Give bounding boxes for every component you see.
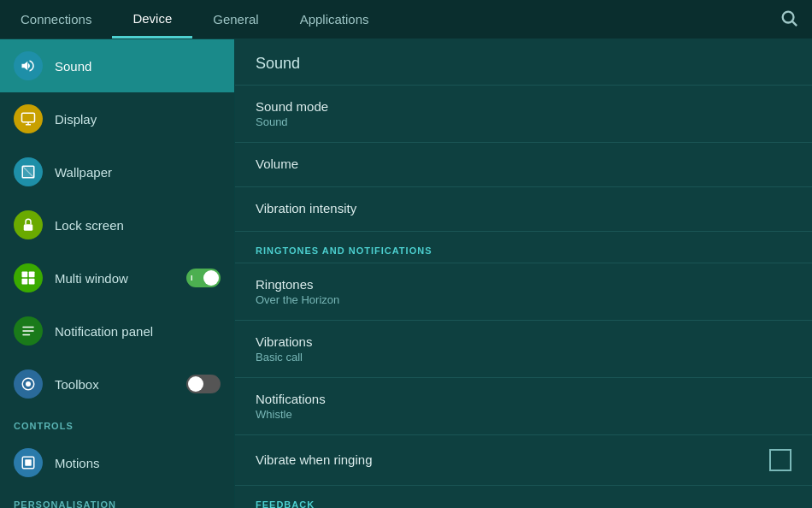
ringtones-sublabel: Over the Horizon <box>256 293 339 306</box>
sidebar-item-wallpaper[interactable]: Wallpaper <box>0 145 234 198</box>
svg-rect-16 <box>22 334 30 336</box>
ringtones-label: Ringtones <box>256 277 339 292</box>
sidebar-item-lockscreen[interactable]: Lock screen <box>0 198 234 251</box>
svg-rect-13 <box>29 279 35 285</box>
content-area: Sound Sound mode Sound Volume Vibration … <box>235 39 812 508</box>
main-layout: Sound Display Wallpaper <box>0 39 812 508</box>
ringtones-text: Ringtones Over the Horizon <box>256 277 339 306</box>
nav-device-label: Device <box>132 11 172 26</box>
multiwindow-icon <box>14 263 43 292</box>
sound-mode-text: Sound mode Sound <box>256 99 328 128</box>
sound-icon <box>14 51 43 80</box>
setting-vibration-intensity[interactable]: Vibration intensity <box>235 187 812 232</box>
vibration-intensity-text: Vibration intensity <box>256 201 356 217</box>
volume-text: Volume <box>256 157 298 173</box>
setting-notifications[interactable]: Notifications Whistle <box>235 378 812 435</box>
svg-marker-2 <box>22 62 28 71</box>
lockscreen-label: Lock screen <box>55 218 124 233</box>
personalisation-section-header: PERSONALISATION <box>0 489 234 508</box>
vibrations-text: Vibrations Basic call <box>256 334 312 363</box>
svg-point-0 <box>783 11 794 22</box>
vibrate-ringing-label: Vibrate when ringing <box>256 452 372 467</box>
sidebar-item-display[interactable]: Display <box>0 92 234 145</box>
toolbox-icon <box>14 369 43 399</box>
feedback-section-header: FEEDBACK <box>235 486 812 508</box>
svg-rect-3 <box>22 113 35 122</box>
setting-sound-mode[interactable]: Sound mode Sound <box>235 86 812 143</box>
nav-device[interactable]: Device <box>112 0 192 38</box>
nav-applications-label: Applications <box>300 12 369 27</box>
top-nav: Connections Device General Applications <box>0 0 812 39</box>
notifications-text: Notifications Whistle <box>256 392 326 421</box>
volume-label: Volume <box>256 157 298 171</box>
ringtones-section-header: RINGTONES AND NOTIFICATIONS <box>235 232 812 263</box>
setting-volume[interactable]: Volume <box>235 143 812 187</box>
controls-section-header: CONTROLS <box>0 411 234 436</box>
nav-applications[interactable]: Applications <box>279 0 390 38</box>
motions-icon <box>14 448 43 477</box>
lockscreen-icon <box>14 210 43 239</box>
sound-mode-sublabel: Sound <box>256 115 328 128</box>
sound-mode-label: Sound mode <box>256 99 328 114</box>
motions-label: Motions <box>55 456 100 470</box>
nav-general-label: General <box>213 12 258 27</box>
setting-vibrate-ringing[interactable]: Vibrate when ringing <box>235 435 812 486</box>
nav-connections[interactable]: Connections <box>0 0 112 38</box>
sidebar-item-sound[interactable]: Sound <box>0 39 234 92</box>
toolbox-toggle[interactable] <box>186 375 221 393</box>
display-label: Display <box>55 112 97 127</box>
svg-rect-15 <box>22 330 34 332</box>
svg-line-1 <box>792 21 797 26</box>
notifications-label: Notifications <box>256 392 326 406</box>
nav-connections-label: Connections <box>21 12 91 27</box>
notifications-sublabel: Whistle <box>256 408 326 421</box>
sidebar: Sound Display Wallpaper <box>0 39 235 508</box>
sidebar-item-toolbox[interactable]: Toolbox <box>0 357 234 411</box>
svg-rect-12 <box>22 279 28 285</box>
vibrations-sublabel: Basic call <box>256 351 312 363</box>
sidebar-item-motions[interactable]: Motions <box>0 436 234 489</box>
notifpanel-icon <box>14 316 43 346</box>
svg-point-18 <box>26 381 31 387</box>
nav-general[interactable]: General <box>192 0 279 38</box>
multiwindow-toggle[interactable]: I <box>186 269 221 287</box>
content-title: Sound <box>235 39 812 86</box>
svg-rect-11 <box>29 272 35 278</box>
vibration-intensity-label: Vibration intensity <box>256 201 356 216</box>
setting-vibrations[interactable]: Vibrations Basic call <box>235 321 812 378</box>
vibrations-label: Vibrations <box>256 334 312 349</box>
wallpaper-label: Wallpaper <box>55 165 112 180</box>
sidebar-item-multiwindow[interactable]: Multi window I <box>0 251 234 304</box>
svg-rect-9 <box>24 224 33 231</box>
search-button[interactable] <box>766 9 812 31</box>
wallpaper-icon <box>14 157 43 186</box>
svg-rect-14 <box>22 327 34 328</box>
sound-label: Sound <box>55 59 91 74</box>
multiwindow-label: Multi window <box>55 271 128 286</box>
notifpanel-label: Notification panel <box>55 324 153 339</box>
display-icon <box>14 104 43 133</box>
svg-rect-20 <box>25 459 32 466</box>
vibrate-ringing-text: Vibrate when ringing <box>256 452 372 469</box>
toolbox-label: Toolbox <box>55 377 99 392</box>
sidebar-item-notifpanel[interactable]: Notification panel <box>0 304 234 357</box>
vibrate-ringing-checkbox[interactable] <box>769 449 791 471</box>
svg-rect-10 <box>22 272 28 278</box>
setting-ringtones[interactable]: Ringtones Over the Horizon <box>235 263 812 321</box>
